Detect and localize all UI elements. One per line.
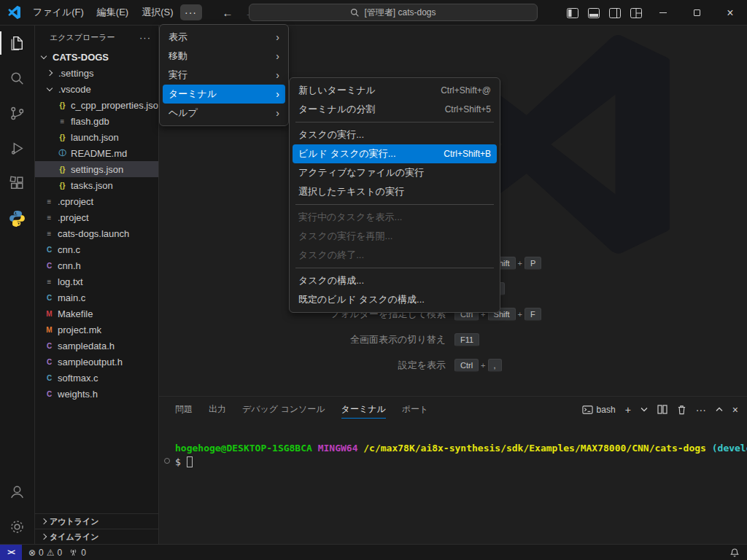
tree-item[interactable]: .settings (35, 65, 158, 81)
tree-item[interactable]: C main.c (35, 289, 158, 306)
command-center-search[interactable]: [管理者] cats-dogs (249, 4, 538, 21)
tree-item[interactable]: C weights.h (35, 386, 158, 402)
back-icon[interactable]: ← (222, 7, 233, 19)
toggle-panel-icon[interactable] (583, 0, 604, 26)
tree-item[interactable]: C sampledata.h (35, 338, 158, 354)
tree-item-label: softmax.c (58, 373, 98, 384)
tree-item[interactable]: ≡ .cproject (35, 193, 158, 209)
toggle-sidebar-icon[interactable] (562, 0, 583, 26)
sidebar-section-header[interactable]: アウトライン (35, 513, 158, 529)
menu-item[interactable]: 選択したテキストの実行 (293, 182, 497, 201)
tree-item[interactable]: .vscode (35, 81, 158, 97)
tree-item[interactable]: C cnn.c (35, 241, 158, 257)
terminal-view[interactable]: hogehoge@DESKTOP-1SG8BCA MINGW64 /c/max7… (159, 422, 747, 469)
menu-item[interactable]: タスクの実行... (293, 125, 497, 144)
menu-keybinding: Ctrl+Shift+5 (445, 104, 491, 114)
tree-item[interactable]: ≡ cats-dogs.launch (35, 225, 158, 241)
tree-item[interactable]: ⓘ README.md (35, 145, 158, 161)
menu-item[interactable]: 実行 › (163, 66, 285, 85)
tree-item[interactable]: M Makefile (35, 306, 158, 322)
tree-item[interactable]: C sampleoutput.h (35, 354, 158, 370)
panel-tab[interactable]: ポート (402, 397, 429, 422)
file-type-icon: {} (57, 133, 68, 141)
error-icon: ⊗ (28, 548, 36, 558)
overflow-menu: 表示 › 移動 › 実行 › ターミナル › ヘルプ › (159, 24, 289, 126)
sidebar-item-run-debug[interactable] (0, 131, 34, 166)
menu-item[interactable] (295, 122, 494, 122)
tree-item[interactable]: ≡ .project (35, 209, 158, 225)
tree-item-label: sampledata.h (58, 341, 115, 351)
sidebar-item-python[interactable] (0, 201, 34, 236)
panel-tab[interactable]: ターミナル (341, 397, 386, 422)
trash-icon[interactable] (677, 405, 686, 415)
tree-item[interactable]: {} launch.json (35, 129, 158, 145)
account-icon (8, 483, 26, 501)
toggle-secondary-sidebar-icon[interactable] (604, 0, 625, 26)
tree-item-label: .settings (58, 68, 93, 79)
views-more-actions-icon[interactable]: ··· (139, 32, 151, 43)
sidebar-item-explorer[interactable] (0, 26, 34, 61)
submenu-arrow-icon: › (276, 31, 279, 43)
tree-item[interactable]: {} tasks.json (35, 177, 158, 193)
panel-tab[interactable]: 出力 (209, 397, 226, 422)
close-button[interactable]: × (713, 0, 747, 26)
customize-layout-icon[interactable] (625, 0, 646, 26)
shell-selector[interactable]: bash (582, 405, 616, 415)
chevron-down-icon[interactable] (640, 407, 648, 412)
bell-icon[interactable] (729, 548, 740, 558)
menu-item[interactable]: ターミナルの分割 Ctrl+Shift+5 (293, 100, 497, 119)
window-title: [管理者] cats-dogs (364, 7, 436, 19)
more-menus-button[interactable]: ··· (180, 4, 202, 20)
tree-item-label: project.mk (58, 324, 101, 335)
terminal-prompt-line: $ (175, 455, 747, 469)
tree-item[interactable]: C cnn.h (35, 257, 158, 273)
new-terminal-icon[interactable]: + (625, 404, 631, 416)
menu-item[interactable]: タスクの構成... (293, 271, 497, 290)
split-terminal-icon[interactable] (657, 405, 667, 414)
tree-item[interactable]: ≡ log.txt (35, 273, 158, 289)
sidebar-item-source-control[interactable] (0, 96, 34, 131)
menu-file[interactable]: ファイル(F) (26, 4, 90, 20)
more-actions-icon[interactable]: ··· (696, 404, 706, 416)
tree-item[interactable]: {} c_cpp_properties.json (35, 97, 158, 113)
tree-item[interactable]: C softmax.c (35, 370, 158, 386)
menu-selection[interactable]: 選択(S) (135, 4, 179, 20)
settings-button[interactable] (0, 509, 34, 544)
file-type-icon: {} (57, 182, 68, 190)
tree-item[interactable]: M project.mk (35, 322, 158, 338)
sidebar-item-search[interactable] (0, 61, 34, 96)
menu-item[interactable] (295, 268, 494, 268)
tree-item[interactable]: CATS-DOGS (35, 49, 158, 65)
sidebar-section-header[interactable]: タイムライン (35, 529, 158, 544)
file-type-icon: ≡ (57, 117, 68, 125)
menu-item[interactable]: 実行中のタスクを表示... (293, 208, 497, 227)
ports-status[interactable]: 0 (69, 548, 86, 558)
tree-item[interactable]: {} settings.json (35, 161, 158, 177)
tree-item[interactable]: ≡ flash.gdb (35, 113, 158, 129)
menu-edit[interactable]: 編集(E) (90, 4, 135, 20)
python-icon (8, 209, 26, 228)
problems-status[interactable]: ⊗ 0 ⚠ 0 (28, 548, 62, 558)
panel-tab[interactable]: 問題 (175, 397, 193, 422)
panel-tab[interactable]: デバッグ コンソール (242, 397, 325, 422)
sidebar-item-extensions[interactable] (0, 166, 34, 201)
menu-item[interactable]: 表示 › (163, 28, 285, 47)
remote-indicator[interactable]: >< (0, 545, 22, 560)
menu-item[interactable]: ビルド タスクの実行... Ctrl+Shift+B (293, 144, 497, 163)
menu-item[interactable]: ヘルプ › (163, 104, 285, 122)
close-panel-icon[interactable]: × (732, 404, 738, 416)
vscode-window: ファイル(F) 編集(E) 選択(S) ··· ← → [管理者] cats-d… (0, 0, 747, 560)
menu-item[interactable] (295, 204, 494, 205)
tree-item-label: weights.h (58, 389, 98, 400)
menu-item[interactable]: タスクの終了... (293, 246, 497, 265)
chevron-up-icon[interactable] (716, 407, 723, 412)
menu-item[interactable]: タスクの実行を再開... (293, 227, 497, 246)
minimize-button[interactable] (646, 0, 680, 26)
menu-item[interactable]: ターミナル › (163, 85, 285, 104)
menu-item[interactable]: 新しいターミナル Ctrl+Shift+@ (293, 81, 497, 100)
maximize-button[interactable] (680, 0, 713, 26)
menu-item[interactable]: アクティブなファイルの実行 (293, 163, 497, 182)
menu-item[interactable]: 移動 › (163, 47, 285, 66)
account-button[interactable] (0, 474, 34, 509)
menu-item[interactable]: 既定のビルド タスクの構成... (293, 290, 497, 309)
